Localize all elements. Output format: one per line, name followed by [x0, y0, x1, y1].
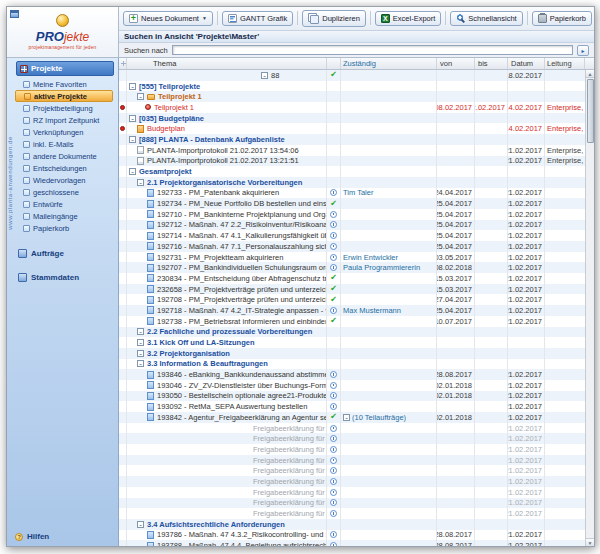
table-row[interactable]: 192716 - Maßnah. 47 7.1_Personalauszahlu…	[119, 241, 585, 252]
scroll-up-icon[interactable]: ▲	[586, 70, 594, 78]
date-text: 21.02.2017	[508, 285, 542, 294]
table-row[interactable]: PLANTA-Importprotokoll 21.02.2017 13:54:…	[119, 145, 585, 156]
table-row[interactable]: Freigabeerklärung für VR Dienste21.02.20…	[119, 465, 585, 476]
table-row[interactable]: 192733 - PM_Patenbank akquirierenTim Tal…	[119, 188, 585, 199]
collapse-icon[interactable]: -	[129, 136, 136, 143]
table-row[interactable]: Freigabeerklärung für VR Zahlungssysteme…	[119, 433, 585, 444]
collapse-icon[interactable]: -	[137, 339, 144, 346]
search-go-button[interactable]: ▸	[577, 45, 589, 56]
table-row[interactable]: 192718 - Maßnah. 47 4.2_IT-Strategie anp…	[119, 305, 585, 316]
table-row[interactable]: -2.2 Fachliche und prozessuale Vorbereit…	[119, 327, 585, 338]
table-row[interactable]: 230834 - PM_Entscheidung über Abfragensc…	[119, 273, 585, 284]
sidebar-header-projekte[interactable]: Projekte	[16, 61, 114, 76]
gantt-grafik-button[interactable]: GANTT Grafik	[222, 11, 293, 26]
table-row[interactable]: 192710 - PM_Bankinterne Projektplanung u…	[119, 209, 585, 220]
sidebar-item-hilfen[interactable]: Hilfen	[15, 532, 49, 541]
table-row[interactable]: 193842 - Agentur_Freigabeerklärung an Ag…	[119, 412, 585, 423]
table-row[interactable]: Freigabeerklärung für VR-WG (VR-BankenSe…	[119, 423, 585, 434]
column-header-Zuständig[interactable]: Zuständig	[341, 58, 437, 69]
sidebar-item-favorites[interactable]: Meine Favoriten	[15, 78, 113, 90]
column-header-Leitung[interactable]: Leitung	[545, 58, 585, 69]
collapse-icon[interactable]: -	[129, 115, 136, 122]
sidebar-item-import-time[interactable]: RZ Import Zeitpunkt	[15, 114, 113, 126]
collapse-icon[interactable]: -	[137, 179, 144, 186]
table-row[interactable]: 193092 - RetMa_SEPA Auswertung bestellen…	[119, 401, 585, 412]
table-row[interactable]: 192712 - Maßnah. 47 2.2_Risikoinventur/R…	[119, 220, 585, 231]
scroll-down-icon[interactable]: ▼	[586, 538, 594, 546]
table-row[interactable]: 193050 - Bestellschein optionale agree21…	[119, 391, 585, 402]
table-row[interactable]: 192731 - PM_Projektteam akquirierenErwin…	[119, 252, 585, 263]
vertical-scrollbar[interactable]: ▲ ▼	[585, 70, 594, 546]
collapse-icon[interactable]: -	[137, 328, 144, 335]
table-row[interactable]: 192734 - PM_Neue Portfolio DB bestellen …	[119, 198, 585, 209]
sidebar-section-orders[interactable]: Aufträge	[15, 249, 118, 258]
sidebar-item-resubmissions[interactable]: Wiedervorlagen	[15, 174, 113, 186]
table-row[interactable]: Freigabeerklärung für Servicelinie (Fidu…	[119, 476, 585, 487]
logo-title: PROjekte	[36, 28, 90, 44]
von-cell	[437, 156, 475, 167]
sidebar-item-closed[interactable]: geschlossene	[15, 186, 113, 198]
dat-cell	[508, 327, 545, 338]
table-row[interactable]: -3.4 Aufsichtsrechtliche Anforderungen	[119, 519, 585, 530]
table-row[interactable]: -3.2 Projektorganisation	[119, 348, 585, 359]
search-input[interactable]	[172, 45, 573, 55]
schnellansicht-button[interactable]: Schnellansicht	[450, 11, 522, 26]
table-row[interactable]: Budgetplan14.02.2017Enterprise, R	[119, 123, 585, 134]
collapse-icon[interactable]: -	[137, 521, 144, 528]
table-row[interactable]: PLANTA-Importprotokoll 21.02.2017 13:21:…	[119, 156, 585, 167]
column-header-bis[interactable]: bis	[475, 58, 508, 69]
column-header-status[interactable]	[327, 58, 341, 69]
excel-icon	[381, 14, 390, 23]
table-row[interactable]: 192707 - PM_Bankindividuellen Schulungsr…	[119, 262, 585, 273]
sidebar-item-participation[interactable]: Projektbeteiligung	[15, 102, 113, 114]
table-row[interactable]: -[035] Budgetpläne	[119, 113, 585, 124]
sidebar-item-active-projects[interactable]: aktive Projekte	[15, 90, 113, 102]
sidebar-item-recycle-bin[interactable]: Papierkorb	[15, 222, 113, 234]
table-row[interactable]: Freigabeerklärung für VR-NetWorld21.02.2…	[119, 444, 585, 455]
collapse-icon[interactable]: -	[129, 168, 136, 175]
table-row[interactable]: 192738 - PM_Betriebsrat informieren und …	[119, 316, 585, 327]
collapse-icon[interactable]: -	[261, 72, 268, 79]
sidebar-item-documents[interactable]: andere Dokumente	[15, 150, 113, 162]
table-row[interactable]: -[888] PLANTA - Datenbank Aufgabenliste	[119, 134, 585, 145]
leit-cell	[545, 113, 585, 124]
table-row[interactable]: -2.1 Projektorganisatorische Vorbereitun…	[119, 177, 585, 188]
table-row[interactable]: Freigabeerklärung für GenoTec21.02.2017	[119, 508, 585, 519]
table-row[interactable]: -Teilprojekt 1	[119, 91, 585, 102]
sidebar-section-master-data[interactable]: Stammdaten	[15, 273, 118, 282]
table-row[interactable]: 193786 - Maßnah. 47 4.3.2_Risikocontroll…	[119, 530, 585, 541]
table-row[interactable]: 193846 - eBanking_Bankkundenaussand abst…	[119, 369, 585, 380]
column-header-von[interactable]: von	[437, 58, 475, 69]
sidebar-item-emails[interactable]: inkl. E-Mails	[15, 138, 113, 150]
collapse-icon[interactable]: -	[137, 93, 144, 100]
papierkorb-button[interactable]: Papierkorb	[532, 11, 592, 26]
table-row[interactable]: Freigabeerklärung für VR Rating21.02.201…	[119, 455, 585, 466]
table-row[interactable]: -88✔18.02.2017	[119, 70, 585, 81]
table-row[interactable]: -3.3 Information & Beauftragungen	[119, 359, 585, 370]
column-header-Datum[interactable]: Datum	[508, 58, 545, 69]
collapse-icon[interactable]: -	[137, 350, 144, 357]
column-header-Thema[interactable]: Thema	[127, 58, 327, 69]
table-row[interactable]: -3.1 Kick Off und LA-Sitzungen	[119, 337, 585, 348]
table-row[interactable]: Teilprojekt 108.02.201722.02.201714.02.2…	[119, 102, 585, 113]
table-row[interactable]: 193046 - ZV_ZV-Dienstleister über Buchun…	[119, 380, 585, 391]
table-row[interactable]: Freigabeerklärung für GGT21.02.2017	[119, 487, 585, 498]
sidebar-item-decisions[interactable]: Entscheidungen	[15, 162, 113, 174]
table-row[interactable]: -Gesamtprojekt	[119, 166, 585, 177]
sidebar-item-links[interactable]: Verknüpfungen	[15, 126, 113, 138]
collapse-icon[interactable]: -	[129, 83, 136, 90]
table-row[interactable]: Freigabeerklärung für HGB (Genossenschaf…	[119, 498, 585, 509]
scroll-thumb[interactable]	[587, 79, 594, 143]
table-row[interactable]: 193788 - Maßnah. 47 4.4_Begleitung aufsi…	[119, 540, 585, 546]
excel-export-button[interactable]: Excel-Export	[375, 11, 442, 26]
collapse-icon[interactable]: -	[137, 360, 144, 367]
duplizieren-button[interactable]: Duplizieren	[302, 10, 366, 27]
table-row[interactable]: -[555] Teilprojekte	[119, 81, 585, 92]
sidebar-item-inbox[interactable]: Maileingänge	[15, 210, 113, 222]
neues-dokument-button[interactable]: Neues Dokument▼	[123, 11, 213, 26]
collapse-icon[interactable]: -	[343, 414, 350, 421]
table-row[interactable]: 192714 - Maßnah. 47 4.1_Kalkulierungsfäh…	[119, 230, 585, 241]
sidebar-item-drafts[interactable]: Entwürfe	[15, 198, 113, 210]
table-row[interactable]: 232658 - PM_Projektverträge prüfen und u…	[119, 284, 585, 295]
table-row[interactable]: 192708 - PM_Projektverträge prüfen und u…	[119, 294, 585, 305]
